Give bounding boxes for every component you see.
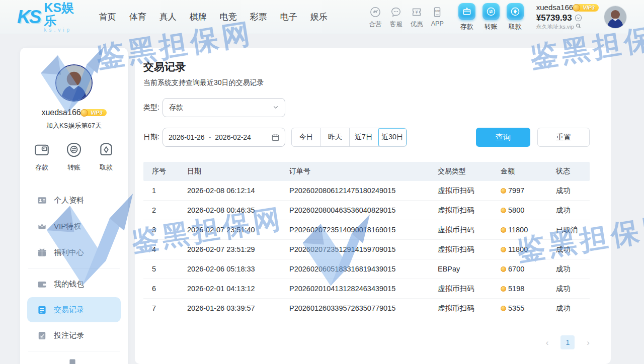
coin-icon <box>501 266 506 272</box>
svg-text:APP: APP <box>435 10 441 13</box>
bet-record-icon <box>37 331 47 340</box>
search-button[interactable]: 查询 <box>476 128 530 147</box>
sidebar-item-label: 交易记录 <box>54 305 84 315</box>
quick-link-customer-service[interactable]: 客服 <box>386 6 407 29</box>
table-row[interactable]: 12026-02-08 06:12:14P2026020806121475180… <box>143 181 590 201</box>
amount-value: 11800 <box>508 245 528 253</box>
sidebar-item-label: 我的钱包 <box>54 280 84 289</box>
table-row[interactable]: 62026-02-01 04:13:12P2026020104131282463… <box>143 279 590 299</box>
cell-index: 3 <box>152 226 187 234</box>
table-row[interactable]: 72026-01-26 03:39:57P2026012603395726350… <box>143 299 590 318</box>
cell-status: 成功 <box>556 206 590 215</box>
cell-transaction-type: 虚拟币扫码 <box>438 245 501 254</box>
sidebar-action-withdraw[interactable]: 取款 <box>98 141 115 172</box>
wallet-action-withdraw[interactable]: 取款 <box>503 3 527 31</box>
sidebar-item-2[interactable]: 福利中心 <box>20 239 128 265</box>
sidebar-item-3[interactable]: 我的钱包 <box>20 271 128 297</box>
column-header: 订单号 <box>289 167 438 176</box>
table-row[interactable]: 52026-02-06 05:18:33P2026020605183316819… <box>143 259 590 279</box>
customer-service-icon <box>386 6 407 19</box>
nav-menu-item-5[interactable]: 彩票 <box>244 11 274 23</box>
range-button-3[interactable]: 近30日 <box>378 128 407 146</box>
sidebar-action-label: 取款 <box>98 163 115 172</box>
transaction-records-panel: 交易记录 当前系统支持查询最近30日的交易记录 类型: 存款 日期: 2026-… <box>135 48 611 364</box>
nav-menu-item-1[interactable]: 体育 <box>123 11 153 23</box>
reset-button[interactable]: 重置 <box>537 128 590 147</box>
quick-link-app[interactable]: APPAPP <box>427 6 448 29</box>
wallet-action-transfer[interactable]: 转账 <box>479 3 503 31</box>
sidebar-item-label: 投注记录 <box>54 331 84 340</box>
cell-date: 2026-02-01 04:13:12 <box>187 285 289 293</box>
cell-order-number: P2026020723514090018169015 <box>289 226 438 234</box>
table-row[interactable]: 32026-02-07 23:51:40P2026020723514090018… <box>143 220 590 240</box>
sidebar-action-label: 转账 <box>65 163 83 172</box>
next-page-icon[interactable]: › <box>587 338 590 347</box>
magnifier-icon[interactable] <box>576 23 581 31</box>
transactions-table: 序号日期订单号交易类型金额状态 12026-02-08 06:12:14P202… <box>143 162 590 318</box>
date-filter-row: 日期: 2026-01-26 - 2026-02-24 今日昨天近7日近30日 … <box>143 128 590 147</box>
cell-amount: 5800 <box>501 206 556 214</box>
sidebar-item-label: 福利中心 <box>54 248 84 257</box>
sidebar-item-5[interactable]: 投注记录 <box>20 322 128 348</box>
main-nav: 首页体育真人棋牌电竞彩票电子娱乐 <box>93 11 334 23</box>
sidebar-item-0[interactable]: 个人资料 <box>20 187 128 213</box>
nav-menu-item-6[interactable]: 电子 <box>274 11 304 23</box>
sidebar-item-1[interactable]: VIP特权 <box>20 213 128 239</box>
quick-link-label: APP <box>427 20 448 27</box>
coin-icon <box>501 306 506 311</box>
quick-link-label: 客服 <box>386 20 407 29</box>
quick-link-partner[interactable]: 合营 <box>365 6 386 29</box>
cell-status: 已取消 <box>556 225 590 235</box>
wallet-actions: 存款转账取款 <box>455 3 527 31</box>
cell-date: 2026-02-07 23:51:29 <box>187 245 289 253</box>
table-row[interactable]: 22026-02-08 00:46:35P2026020800463536040… <box>143 201 590 220</box>
cell-status: 成功 <box>556 284 590 294</box>
nav-menu-item-4[interactable]: 电竞 <box>213 11 244 23</box>
brand-logo[interactable]: KS KS娱乐 ks.vip <box>17 1 79 33</box>
coin-icon <box>501 286 506 292</box>
coin-icon <box>501 247 506 252</box>
nav-menu-item-2[interactable]: 真人 <box>153 11 183 23</box>
type-select[interactable]: 存款 <box>163 98 285 117</box>
range-button-1[interactable]: 昨天 <box>320 128 349 146</box>
cell-status: 成功 <box>556 264 590 274</box>
cell-status: 成功 <box>556 186 590 196</box>
top-navbar: KS KS娱乐 ks.vip 首页体育真人棋牌电竞彩票电子娱乐 合营客服¥优惠A… <box>0 0 644 34</box>
cell-order-number: P2026020723512914159709015 <box>289 245 438 253</box>
type-select-value: 存款 <box>169 103 273 112</box>
chevron-down-icon <box>273 103 279 112</box>
cell-transaction-type: 虚拟币扫码 <box>438 284 501 294</box>
quick-range-group: 今日昨天近7日近30日 <box>291 128 407 147</box>
sidebar-action-deposit[interactable]: 存款 <box>33 141 50 172</box>
refresh-balance-icon[interactable] <box>575 14 582 22</box>
sidebar-action-transfer[interactable]: 转账 <box>65 141 83 172</box>
user-info-block: xuedsa166 VIP3 ¥5739.93 永久地址:ks.vip <box>536 3 599 31</box>
pagination: ‹ 1 › <box>143 335 590 349</box>
table-row[interactable]: 42026-02-07 23:51:29P2026020723512914159… <box>143 240 590 259</box>
table-header-row: 序号日期订单号交易类型金额状态 <box>143 162 590 181</box>
page-number-1[interactable]: 1 <box>560 335 575 349</box>
sidebar-item-label: VIP特权 <box>54 222 81 231</box>
joined-days-text: 加入KS娱乐第67天 <box>20 121 128 130</box>
username[interactable]: xuedsa166 <box>536 3 573 13</box>
user-avatar[interactable] <box>604 6 627 29</box>
svg-text:¥: ¥ <box>416 10 418 15</box>
nav-menu-item-0[interactable]: 首页 <box>93 11 123 23</box>
cell-amount: 11800 <box>501 226 556 234</box>
prev-page-icon[interactable]: ‹ <box>546 338 549 347</box>
range-button-0[interactable]: 今日 <box>292 128 320 146</box>
quick-link-promo[interactable]: ¥优惠 <box>407 6 427 29</box>
wallet-action-deposit[interactable]: 存款 <box>455 3 479 31</box>
date-range-picker[interactable]: 2026-01-26 - 2026-02-24 <box>163 128 285 147</box>
sidebar-item-4[interactable]: 交易记录 <box>27 297 121 322</box>
quick-link-label: 优惠 <box>407 20 427 29</box>
partner-icon <box>365 6 386 19</box>
coin-icon <box>501 208 506 213</box>
column-header: 序号 <box>152 167 187 176</box>
coin-icon <box>501 227 506 233</box>
cell-date: 2026-02-08 00:46:35 <box>187 206 289 214</box>
nav-menu-item-3[interactable]: 棋牌 <box>183 11 213 23</box>
range-button-2[interactable]: 近7日 <box>349 128 378 146</box>
profile-avatar[interactable] <box>55 64 93 102</box>
nav-menu-item-7[interactable]: 娱乐 <box>304 11 334 23</box>
